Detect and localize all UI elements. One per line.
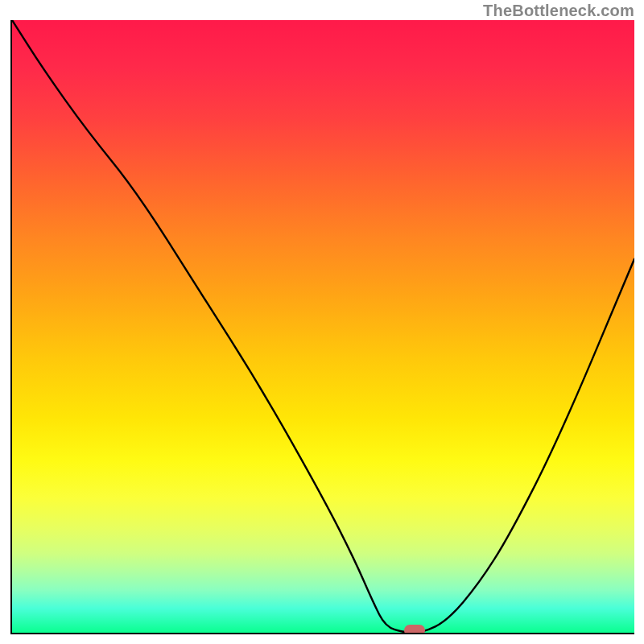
bottleneck-curve [12,20,634,633]
plot-area [10,20,634,634]
watermark-text: TheBottleneck.com [483,2,634,20]
bottleneck-chart: TheBottleneck.com [0,0,644,644]
optimal-marker [404,625,425,634]
curve-svg [12,20,634,633]
